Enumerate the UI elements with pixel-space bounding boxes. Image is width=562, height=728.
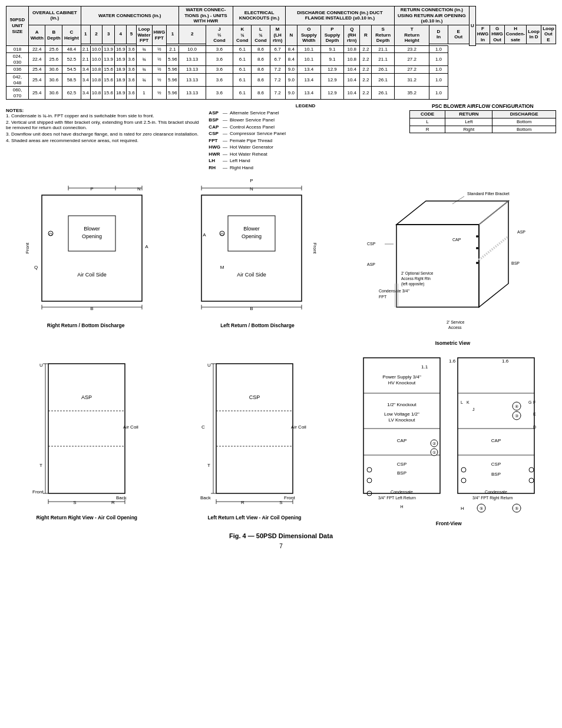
loopind-header: LoopIn D — [527, 25, 541, 44]
n-header: N — [285, 25, 297, 45]
legend-row: CAP—Control Access Panel — [207, 124, 287, 131]
note-item: 1. Condensate is ¾-in. FPT copper and is… — [6, 113, 201, 118]
page-container: 50PSD UNIT SIZE OVERALL CABINET (in.) WA… — [6, 6, 556, 549]
svg-text:CSP: CSP — [491, 462, 500, 467]
svg-text:Opening: Opening — [82, 233, 102, 239]
svg-text:Condensate: Condensate — [391, 490, 413, 494]
svg-text:CSP: CSP — [249, 394, 260, 400]
svg-text:Access: Access — [448, 325, 462, 330]
table-row: 042, 04825.430.658.53.410.815.618.93.6¾½… — [6, 73, 556, 86]
legend-row: LH—Left Hand — [207, 157, 287, 164]
svg-text:Back: Back — [200, 495, 211, 500]
svg-text:⑤: ⑤ — [515, 506, 518, 510]
svg-text:T: T — [207, 463, 210, 468]
svg-text:2' Optional Service: 2' Optional Service — [401, 271, 434, 276]
svg-marker-40 — [396, 225, 479, 307]
diagram-right-return-right: ASP Air Coil U T Front Back S R — [22, 352, 151, 526]
svg-text:2' Service: 2' Service — [447, 320, 465, 324]
psc-row: RRightBottom — [409, 126, 556, 133]
svg-text:Front: Front — [25, 242, 30, 253]
loop-water-header: LoopWaterFPT — [136, 25, 152, 45]
diagram-right-return: Blower Opening O Air Coil Side P N A — [18, 177, 154, 346]
svg-text:①: ① — [432, 450, 436, 454]
svg-text:3/4" FPT Right Return: 3/4" FPT Right Return — [472, 496, 513, 500]
r-header: R — [360, 25, 372, 45]
loopoute-header: LoopOut E — [541, 25, 556, 44]
fig-caption: Fig. 4 — 50PSD Dimensional Data — [6, 532, 556, 539]
table-row: 03625.430.654.53.410.815.618.93.6¾½5.961… — [6, 66, 556, 74]
legend-row: BSP—Blower Service Panel — [207, 117, 287, 124]
svg-rect-81 — [216, 364, 293, 493]
legend-row: HWR—Hot Water Reheat — [207, 151, 287, 158]
svg-text:N: N — [137, 186, 141, 192]
svg-text:BSP: BSP — [491, 472, 501, 477]
legend-section: LEGEND ASP—Alternate Service PanelBSP—Bl… — [207, 103, 403, 171]
note-item: 2. Vertical unit shipped with filter bra… — [6, 120, 201, 130]
table-row: 01822.425.648.42.110.013.916.93.6¾½2.110… — [6, 45, 556, 53]
svg-line-57 — [479, 236, 508, 260]
svg-point-142 — [529, 478, 534, 483]
q-header: Q(RHrtrn) — [344, 25, 360, 45]
k-header: K¾Cond — [233, 25, 252, 45]
svg-text:④: ④ — [515, 404, 518, 409]
notes-section: NOTES: 1. Condensate is ¾-in. FPT copper… — [6, 108, 201, 171]
legend-row: CSP—Compressor Service Panel — [207, 130, 287, 137]
l-header: L¾Cond — [252, 25, 270, 45]
o-header: OSupplyWidth — [297, 25, 321, 45]
t-header: TReturnHeight — [394, 25, 429, 45]
psc-row: LLeftBottom — [409, 118, 556, 126]
svg-marker-41 — [396, 201, 508, 225]
discharge-connection-header: DISCHARGE CONNECTION (in.) DUCT FLANGE I… — [285, 6, 394, 25]
legend-title: LEGEND — [207, 103, 403, 108]
a-header: AWidth — [29, 25, 45, 45]
wc4-header: 4 — [114, 25, 127, 44]
svg-text:Power Supply 3/4": Power Supply 3/4" — [382, 374, 421, 380]
svg-text:P: P — [90, 186, 93, 192]
svg-text:1/2" Knockout: 1/2" Knockout — [387, 402, 416, 407]
svg-point-140 — [461, 478, 466, 483]
wc1-header: 1 — [81, 25, 90, 44]
svg-text:⑤: ⑤ — [480, 506, 483, 510]
right-return-svg: Blower Opening O Air Coil Side P N A — [18, 177, 154, 319]
diagram-left-return: Blower Opening O Air Coil Side N P A B M — [190, 177, 325, 346]
svg-line-43 — [479, 201, 508, 225]
note-item: 3. Downflow unit does not have discharge… — [6, 131, 201, 137]
svg-text:K: K — [467, 400, 470, 404]
svg-text:Front: Front — [312, 242, 318, 253]
svg-point-56 — [476, 262, 478, 264]
svg-text:Front: Front — [284, 495, 295, 500]
svg-text:Low Voltage 1/2": Low Voltage 1/2" — [384, 411, 419, 417]
legend-row: RH—Right Hand — [207, 164, 287, 172]
wc5-header: 5 — [127, 25, 136, 44]
svg-text:LV Knockout: LV Knockout — [388, 417, 415, 423]
svg-text:F: F — [533, 400, 535, 404]
psc-table: CODERETURNDISCHARGELLeftBottomRRightBott… — [409, 110, 556, 133]
b-header: BDepth — [45, 25, 62, 45]
c-header: CHeight — [62, 25, 81, 45]
overall-cabinet-header: OVERALL CABINET (in.) — [29, 6, 81, 25]
psc-title: PSC BLOWER AIRFLOW CONFIGURATION — [409, 103, 556, 109]
svg-text:D: D — [533, 425, 536, 429]
m-header: M(LHrtrn) — [270, 25, 285, 45]
svg-point-139 — [461, 467, 466, 472]
svg-text:1.6: 1.6 — [449, 358, 456, 364]
note-item: 4. Shaded areas are recommended service … — [6, 138, 201, 143]
diagram-isometric: Standard Filter Bracket CSP CAP ASP ASP … — [361, 177, 544, 346]
wc2-header: 2 — [90, 25, 103, 44]
svg-text:Access Right Rtn: Access Right Rtn — [401, 276, 431, 281]
svg-text:BSP: BSP — [511, 261, 520, 265]
e-header: EOut — [448, 25, 469, 44]
d1-caption: Right Return / Bottom Discharge — [18, 322, 154, 328]
isometric-svg: Standard Filter Bracket CSP CAP ASP ASP … — [361, 177, 544, 337]
svg-text:③: ③ — [515, 414, 518, 418]
svg-text:H: H — [461, 506, 464, 511]
svg-text:CAP: CAP — [491, 438, 500, 443]
ec2-header: 2 — [178, 25, 206, 44]
right-return-right-svg: ASP Air Coil U T Front Back S R — [22, 352, 151, 511]
dimensional-data-table: 50PSD UNIT SIZE OVERALL CABINET (in.) WA… — [6, 6, 556, 100]
svg-text:A: A — [145, 244, 148, 249]
d6-caption: Front-View — [358, 521, 540, 526]
svg-point-115 — [367, 467, 372, 472]
svg-text:ASP: ASP — [367, 262, 375, 266]
table-row: 060, 07025.430.662.53.410.815.618.93.61½… — [6, 87, 556, 100]
